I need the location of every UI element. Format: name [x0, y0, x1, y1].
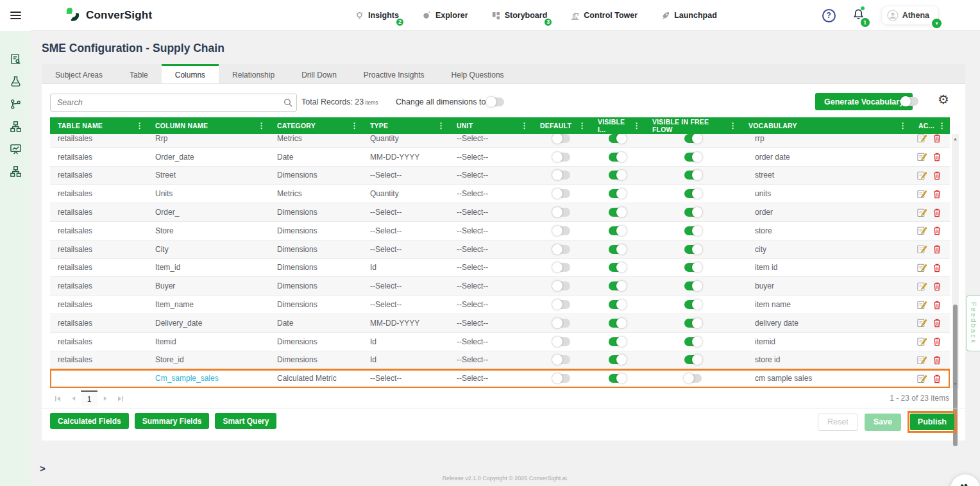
visible-toggle[interactable]	[609, 300, 626, 309]
edit-icon[interactable]	[917, 300, 927, 310]
document-search-icon[interactable]	[9, 53, 22, 65]
column-menu-icon[interactable]: ⋮	[729, 121, 737, 130]
smart-query-button[interactable]: Smart Query	[215, 413, 276, 429]
tab-proactive-insights[interactable]: Proactive Insights	[350, 64, 438, 83]
column-menu-icon[interactable]: ⋮	[351, 121, 359, 130]
sitemap-icon[interactable]	[9, 165, 22, 178]
column-menu-icon[interactable]: ⋮	[938, 121, 946, 130]
default-toggle[interactable]	[553, 189, 570, 198]
column-menu-icon[interactable]: ⋮	[633, 121, 641, 130]
tab-relationship[interactable]: Relationship	[219, 64, 288, 83]
scroll-down-icon[interactable]: ▼	[952, 380, 959, 387]
calculated-fields-button[interactable]: Calculated Fields	[50, 413, 129, 429]
free-flow-toggle[interactable]	[684, 319, 702, 328]
edit-icon[interactable]	[917, 208, 927, 217]
default-toggle[interactable]	[553, 208, 570, 217]
delete-icon[interactable]	[933, 318, 942, 328]
column-menu-icon[interactable]: ⋮	[521, 121, 528, 130]
notifications-button[interactable]: 1	[852, 8, 865, 23]
tab-drill-down[interactable]: Drill Down	[288, 64, 350, 83]
tab-table[interactable]: Table	[116, 64, 162, 83]
edit-icon[interactable]	[917, 171, 927, 180]
visible-toggle[interactable]	[609, 281, 626, 290]
flask-icon[interactable]	[9, 75, 22, 88]
nav-insights[interactable]: Insights 2	[355, 11, 399, 21]
delete-icon[interactable]	[933, 374, 942, 383]
delete-icon[interactable]	[933, 300, 942, 310]
gear-icon[interactable]: ⚙	[938, 92, 949, 107]
first-page-button[interactable]	[50, 390, 65, 406]
edit-icon[interactable]	[917, 281, 927, 291]
edit-icon[interactable]	[917, 189, 927, 199]
default-toggle[interactable]	[553, 319, 570, 328]
tab-help-questions[interactable]: Help Questions	[438, 64, 518, 83]
free-flow-toggle[interactable]	[684, 226, 702, 235]
edit-icon[interactable]	[917, 263, 927, 272]
delete-icon[interactable]	[933, 208, 942, 217]
delete-icon[interactable]	[933, 134, 942, 143]
feedback-tab[interactable]: Feedback	[966, 295, 980, 351]
free-flow-toggle[interactable]	[684, 337, 702, 346]
default-toggle[interactable]	[553, 374, 570, 383]
visible-toggle[interactable]	[609, 319, 626, 328]
free-flow-toggle[interactable]	[684, 134, 702, 143]
delete-icon[interactable]	[933, 244, 942, 254]
visible-toggle[interactable]	[609, 337, 626, 346]
tab-columns[interactable]: Columns	[162, 64, 219, 83]
visible-toggle[interactable]	[609, 171, 626, 180]
edit-icon[interactable]	[917, 374, 927, 383]
column-menu-icon[interactable]: ⋮	[437, 121, 445, 130]
visible-toggle[interactable]	[609, 263, 626, 272]
free-flow-toggle[interactable]	[684, 374, 702, 383]
edit-icon[interactable]	[917, 152, 927, 162]
default-toggle[interactable]	[553, 153, 570, 162]
visible-toggle[interactable]	[609, 245, 626, 254]
user-menu[interactable]: Athena ▾	[881, 6, 939, 25]
table-scrollbar[interactable]: ▲ ▼	[952, 134, 959, 388]
column-menu-icon[interactable]: ⋮	[136, 121, 144, 130]
nav-explorer[interactable]: Explorer	[422, 11, 468, 21]
delete-icon[interactable]	[933, 152, 942, 162]
previous-page-button[interactable]	[65, 390, 81, 406]
delete-icon[interactable]	[933, 281, 942, 291]
default-toggle[interactable]	[553, 245, 570, 254]
free-flow-toggle[interactable]	[684, 189, 702, 198]
edit-icon[interactable]	[917, 337, 927, 346]
default-toggle[interactable]	[553, 226, 570, 235]
reset-button[interactable]: Reset	[818, 414, 858, 431]
presentation-chart-icon[interactable]	[9, 142, 22, 155]
hierarchy-icon[interactable]	[9, 120, 22, 133]
default-toggle[interactable]	[553, 300, 570, 309]
visible-toggle[interactable]	[609, 355, 626, 364]
column-menu-icon[interactable]: ⋮	[579, 121, 586, 130]
free-flow-toggle[interactable]	[684, 245, 702, 254]
column-menu-icon[interactable]: ⋮	[899, 121, 907, 130]
tab-subject-areas[interactable]: Subject Areas	[42, 64, 116, 83]
help-icon[interactable]: ?	[822, 9, 836, 22]
last-page-button[interactable]	[113, 390, 128, 406]
generate-vocabulary-button[interactable]: Generate Vocabulary	[815, 93, 913, 110]
edit-icon[interactable]	[917, 355, 927, 365]
visible-toggle[interactable]	[609, 153, 626, 162]
edit-icon[interactable]	[917, 134, 927, 143]
cell-column[interactable]: Cm_sample_sales	[148, 374, 269, 383]
delete-icon[interactable]	[933, 189, 942, 199]
vocabulary-toggle[interactable]	[901, 97, 918, 106]
free-flow-toggle[interactable]	[684, 153, 702, 162]
nav-control-tower[interactable]: Control Tower	[570, 11, 638, 21]
delete-icon[interactable]	[933, 171, 942, 180]
delete-icon[interactable]	[933, 337, 942, 346]
free-flow-toggle[interactable]	[684, 171, 702, 180]
visible-toggle[interactable]	[609, 226, 626, 235]
conversight-logo[interactable]: ConverSight	[64, 6, 152, 24]
nav-storyboard[interactable]: Storyboard 3	[491, 11, 548, 21]
change-dimensions-toggle[interactable]	[487, 97, 504, 106]
column-menu-icon[interactable]: ⋮	[258, 121, 266, 130]
visible-toggle[interactable]	[609, 374, 626, 383]
current-page-button[interactable]: 1	[81, 390, 97, 406]
default-toggle[interactable]	[553, 134, 570, 143]
delete-icon[interactable]	[933, 263, 942, 272]
sidebar-toggle-button[interactable]	[0, 0, 31, 31]
free-flow-toggle[interactable]	[684, 300, 702, 309]
free-flow-toggle[interactable]	[684, 208, 702, 217]
